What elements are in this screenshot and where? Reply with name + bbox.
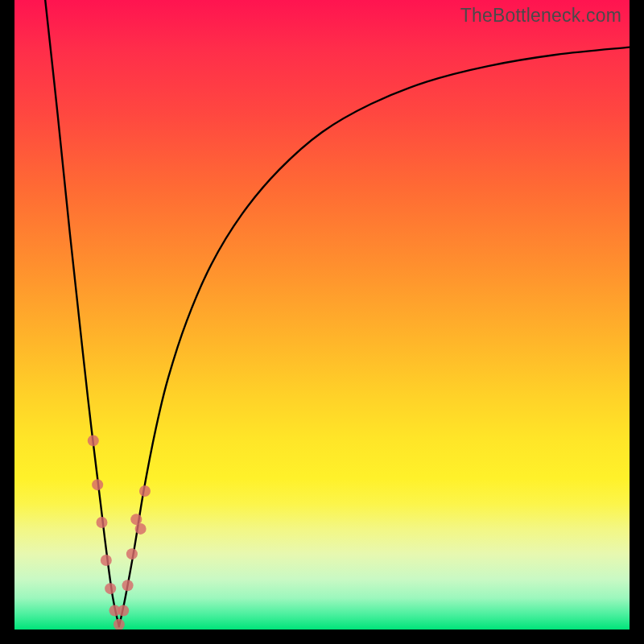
chart-frame: TheBottleneck.com: [0, 0, 644, 644]
plot-area: TheBottleneck.com: [14, 0, 630, 630]
data-point: [118, 605, 129, 617]
data-point: [126, 548, 138, 559]
bottleneck-curve-right-branch: [119, 47, 630, 626]
data-point: [114, 619, 125, 630]
data-point: [101, 555, 112, 566]
data-point: [122, 580, 134, 591]
watermark-text: TheBottleneck.com: [460, 5, 621, 27]
data-point: [96, 517, 107, 528]
data-point: [105, 583, 116, 594]
data-point: [135, 523, 147, 535]
data-point: [139, 485, 151, 497]
data-point: [88, 435, 99, 446]
curve-layer: [14, 0, 630, 630]
bottleneck-curve-left-branch: [45, 0, 119, 626]
data-point: [92, 479, 103, 490]
